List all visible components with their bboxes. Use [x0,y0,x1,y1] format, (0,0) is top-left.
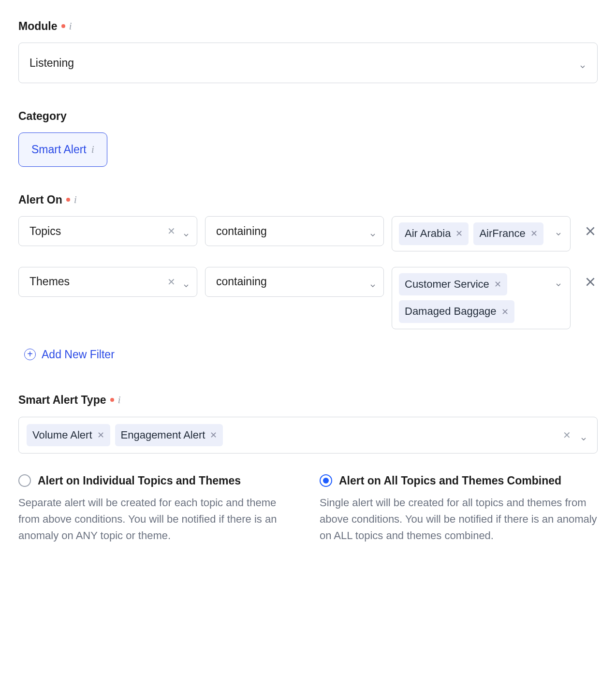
chevron-down-icon [555,226,562,234]
filter-operator-value: containing [212,223,369,239]
mode-description: Separate alert will be created for each … [18,495,296,544]
add-new-filter-button[interactable]: Add New Filter [18,347,115,362]
category-field: Category Smart Alert i [18,108,598,166]
chip-label: Air Arabia [405,226,451,241]
chevron-down-icon [580,431,587,439]
category-label-row: Category [18,108,598,124]
clear-filter-type-icon[interactable]: ✕ [165,224,177,238]
filter-values-select[interactable]: Air Arabia ✕ AirFrance ✕ [392,216,571,251]
alert-mode-individual-radio[interactable]: Alert on Individual Topics and Themes [18,473,296,488]
mode-title: Alert on All Topics and Themes Combined [339,473,561,488]
filter-type-value: Topics [26,223,165,239]
alert-type-chip: Volume Alert ✕ [27,424,110,447]
filter-type-select[interactable]: Themes ✕ [18,267,197,297]
chip-label: Engagement Alert [121,428,205,443]
category-selected-label: Smart Alert [31,142,87,157]
chip-label: Customer Service [405,277,489,292]
remove-chip-icon[interactable]: ✕ [530,229,538,238]
chevron-down-icon [369,227,377,235]
chip-label: AirFrance [479,226,525,241]
chip-label: Volume Alert [32,428,92,443]
remove-chip-icon[interactable]: ✕ [494,280,501,289]
filter-row: Topics ✕ containing Air Arabia ✕ AirFran… [18,216,598,251]
module-select[interactable]: Listening [18,43,598,83]
alert-on-field: Alert On i Topics ✕ containing Air Arabi… [18,192,598,363]
alert-mode-combined: Alert on All Topics and Themes Combined … [320,473,598,543]
filter-value-chip: Damaged Baggage ✕ [399,300,514,323]
plus-circle-icon [24,349,36,360]
required-dot [110,398,114,402]
filter-value-chip: Air Arabia ✕ [399,222,469,245]
alert-on-label: Alert On [18,192,62,207]
radio-icon [18,474,31,487]
alert-mode-combined-radio[interactable]: Alert on All Topics and Themes Combined [320,473,598,488]
info-icon: i [91,144,94,155]
smart-alert-type-label: Smart Alert Type [18,392,106,408]
alert-type-chip: Engagement Alert ✕ [115,424,223,447]
remove-filter-row-button[interactable] [578,267,602,297]
clear-all-icon[interactable]: ✕ [561,428,573,442]
remove-chip-icon[interactable]: ✕ [501,308,509,316]
filter-operator-value: containing [212,274,369,289]
module-label: Module [18,18,58,34]
alert-on-label-row: Alert On i [18,192,598,207]
add-filter-label: Add New Filter [42,347,115,362]
filter-row: Themes ✕ containing Customer Service ✕ D… [18,267,598,330]
filter-values-select[interactable]: Customer Service ✕ Damaged Baggage ✕ [392,267,571,330]
required-dot [61,24,65,28]
smart-alert-type-label-row: Smart Alert Type i [18,392,598,408]
chip-label: Damaged Baggage [405,304,497,319]
remove-chip-icon[interactable]: ✕ [210,431,217,440]
mode-description: Single alert will be created for all top… [320,495,598,544]
chevron-down-icon [182,278,190,286]
module-label-row: Module i [18,18,598,34]
smart-alert-type-field: Smart Alert Type i Volume Alert ✕ Engage… [18,392,598,454]
alert-mode-options: Alert on Individual Topics and Themes Se… [18,473,598,543]
filter-type-value: Themes [26,274,165,289]
chevron-down-icon [369,278,377,286]
filter-operator-select[interactable]: containing [205,267,384,297]
chevron-down-icon [555,277,562,285]
remove-chip-icon[interactable]: ✕ [455,229,463,238]
filter-type-select[interactable]: Topics ✕ [18,216,197,246]
remove-chip-icon[interactable]: ✕ [97,431,104,440]
mode-title: Alert on Individual Topics and Themes [38,473,241,488]
smart-alert-type-select[interactable]: Volume Alert ✕ Engagement Alert ✕ ✕ [18,417,598,454]
category-smart-alert-button[interactable]: Smart Alert i [18,132,107,166]
module-field: Module i Listening [18,18,598,83]
module-value: Listening [29,55,74,71]
radio-icon [320,474,332,487]
info-icon[interactable]: i [74,194,77,205]
chevron-down-icon [182,227,190,235]
filter-value-chip: Customer Service ✕ [399,273,507,296]
alert-mode-individual: Alert on Individual Topics and Themes Se… [18,473,296,543]
info-icon[interactable]: i [69,21,72,31]
info-icon[interactable]: i [118,395,121,405]
chevron-down-icon [579,59,587,67]
filter-operator-select[interactable]: containing [205,216,384,246]
remove-filter-row-button[interactable] [578,216,602,246]
category-label: Category [18,108,67,124]
clear-filter-type-icon[interactable]: ✕ [165,275,177,289]
filter-rows: Topics ✕ containing Air Arabia ✕ AirFran… [18,216,598,329]
required-dot [66,198,70,202]
filter-value-chip: AirFrance ✕ [473,222,543,245]
